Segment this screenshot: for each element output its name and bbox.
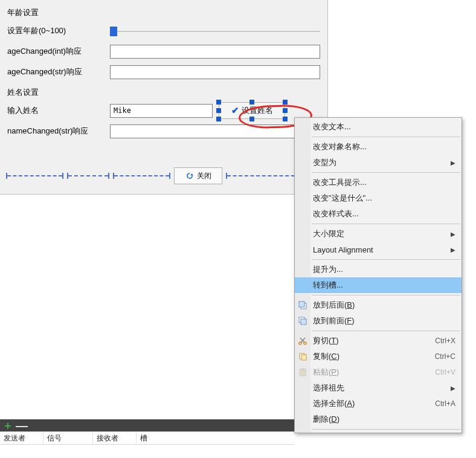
name-input-label: 输入姓名 <box>7 105 110 116</box>
menu-change-text[interactable]: 改变文本... <box>295 119 462 135</box>
menu-go-to-slot[interactable]: 转到槽... <box>295 277 462 293</box>
menu-change-whatsthis[interactable]: 改变"这是什么"... <box>295 190 462 206</box>
name-changed-str-row: nameChanged(str)响应 <box>7 122 320 140</box>
age-changed-str-row: ageChanged(str)响应 <box>7 63 320 81</box>
menu-separator <box>312 259 460 260</box>
chevron-right-icon: ▶ <box>451 160 455 166</box>
menu-select-all[interactable]: 选择全部(A) Ctrl+A <box>295 396 462 411</box>
menu-cut[interactable]: 剪切(T) Ctrl+X <box>295 333 462 349</box>
svg-rect-3 <box>301 319 306 324</box>
menu-item-label: 删除(D) <box>313 414 339 425</box>
menu-item-label: 改变对象名称... <box>313 141 367 152</box>
col-slot[interactable]: 槽 <box>137 432 294 444</box>
paste-icon <box>297 367 308 378</box>
col-receiver[interactable]: 接收者 <box>93 432 137 444</box>
chevron-right-icon: ▶ <box>451 247 455 253</box>
copy-icon <box>297 351 308 362</box>
col-signal[interactable]: 信号 <box>43 432 93 444</box>
menu-item-label: 放到前面(F) <box>313 315 355 326</box>
slider-handle[interactable] <box>110 27 117 36</box>
name-changed-str-label: nameChanged(str)响应 <box>7 126 110 137</box>
age-slider-row: 设置年龄(0~100) <box>7 22 320 40</box>
refresh-icon <box>185 171 195 181</box>
menu-item-label: 改变"这是什么"... <box>313 193 372 204</box>
menu-item-label: 变型为 <box>313 157 336 168</box>
shortcut-label: Ctrl+X <box>423 337 455 345</box>
age-group-heading: 年龄设置 <box>7 7 320 18</box>
resize-handle[interactable] <box>283 100 288 105</box>
menu-item-label: 放到后面(B) <box>313 300 355 311</box>
resize-handle[interactable] <box>283 117 288 121</box>
menu-promote-to[interactable]: 提升为... <box>295 262 462 277</box>
menu-item-label: 选择全部(A) <box>313 398 355 409</box>
svg-rect-9 <box>301 369 304 370</box>
age-changed-int-input[interactable] <box>110 45 320 59</box>
menu-separator <box>312 137 460 137</box>
chevron-right-icon: ▶ <box>451 231 455 237</box>
menu-separator <box>312 429 460 430</box>
slider-track <box>110 31 320 32</box>
menu-bring-to-front[interactable]: 放到前面(F) <box>295 313 462 329</box>
close-button[interactable]: 关闭 <box>174 167 222 184</box>
age-changed-int-label: ageChanged(int)响应 <box>7 46 110 57</box>
name-input-row: 输入姓名 ✔ 设置姓名 <box>7 102 320 120</box>
menu-separator <box>312 224 460 224</box>
svg-rect-7 <box>301 355 306 360</box>
resize-handle[interactable] <box>249 100 254 105</box>
menu-item-label: 转到槽... <box>313 280 343 291</box>
chevron-right-icon: ▶ <box>451 385 455 392</box>
set-name-button-label: 设置姓名 <box>242 105 273 116</box>
menu-item-label: 改变文本... <box>313 121 351 132</box>
horizontal-spacer[interactable] <box>113 173 170 179</box>
menu-copy[interactable]: 复制(C) Ctrl+C <box>295 349 462 364</box>
col-sender[interactable]: 发送者 <box>0 432 43 444</box>
context-menu[interactable]: 改变文本... 改变对象名称... 变型为 ▶ 改变工具提示... 改变"这是什… <box>294 117 462 433</box>
menu-item-label: 复制(C) <box>313 351 339 362</box>
name-changed-str-input[interactable] <box>110 124 320 138</box>
signal-slot-toolbar: ＋ — <box>0 419 294 431</box>
menu-select-ancestor[interactable]: 选择祖先 ▶ <box>295 380 462 396</box>
resize-handle[interactable] <box>216 108 221 113</box>
menu-item-label: 粘贴(P) <box>313 367 339 378</box>
svg-rect-1 <box>299 302 304 307</box>
menu-item-label: 大小限定 <box>313 228 344 239</box>
menu-change-object-name[interactable]: 改变对象名称... <box>295 139 462 155</box>
age-changed-int-row: ageChanged(int)响应 <box>7 42 320 60</box>
check-icon: ✔ <box>231 105 239 116</box>
menu-change-tooltip[interactable]: 改变工具提示... <box>295 175 462 190</box>
resize-handle[interactable] <box>216 117 221 121</box>
menu-send-to-back[interactable]: 放到后面(B) <box>295 297 462 313</box>
menu-item-label: 改变样式表... <box>313 208 359 219</box>
resize-handle[interactable] <box>216 100 221 105</box>
name-input[interactable] <box>110 104 213 118</box>
menu-change-stylesheet[interactable]: 改变样式表... <box>295 206 462 222</box>
form-designer-surface[interactable]: 年龄设置 设置年龄(0~100) ageChanged(int)响应 ageCh… <box>0 0 328 195</box>
menu-item-label: Layout Alignment <box>313 245 373 254</box>
menu-item-label: 提升为... <box>313 264 343 275</box>
shortcut-label: Ctrl+A <box>423 399 455 408</box>
menu-item-label: 改变工具提示... <box>313 177 367 188</box>
menu-item-label: 选择祖先 <box>313 382 344 393</box>
menu-layout-alignment[interactable]: Layout Alignment ▶ <box>295 242 462 257</box>
resize-handle[interactable] <box>283 108 288 113</box>
menu-morph-into[interactable]: 变型为 ▶ <box>295 155 462 170</box>
age-slider[interactable] <box>110 25 320 37</box>
minus-icon[interactable]: — <box>16 419 28 431</box>
menu-size-constraints[interactable]: 大小限定 ▶ <box>295 226 462 242</box>
age-changed-str-label: ageChanged(str)响应 <box>7 66 110 77</box>
age-slider-label: 设置年龄(0~100) <box>7 25 110 36</box>
menu-separator <box>312 331 460 331</box>
signal-slot-columns: 发送者 信号 接收者 槽 <box>0 431 294 445</box>
plus-icon[interactable]: ＋ <box>2 420 13 431</box>
menu-paste: 粘贴(P) Ctrl+V <box>295 364 462 380</box>
menu-item-label: 剪切(T) <box>313 335 339 346</box>
horizontal-spacer[interactable] <box>6 173 63 179</box>
menu-delete[interactable]: 删除(D) <box>295 411 462 427</box>
horizontal-spacer[interactable] <box>67 173 109 179</box>
selected-widget-container[interactable]: ✔ 设置姓名 <box>219 102 285 119</box>
close-button-label: 关闭 <box>197 171 211 181</box>
resize-handle[interactable] <box>249 117 254 121</box>
shortcut-label: Ctrl+V <box>423 368 455 376</box>
menu-separator <box>312 172 460 173</box>
age-changed-str-input[interactable] <box>110 65 320 79</box>
